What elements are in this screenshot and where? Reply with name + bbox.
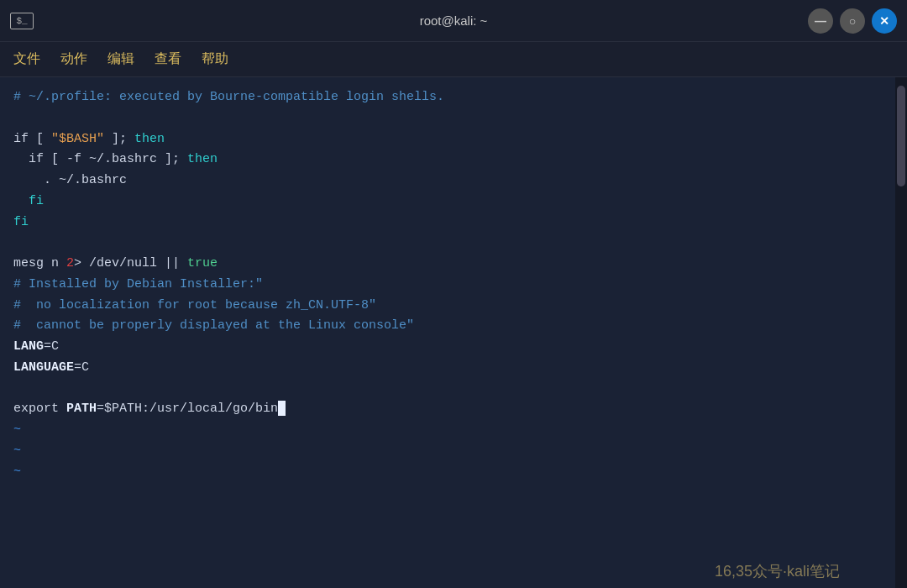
maximize-button[interactable]: ○ xyxy=(840,8,865,34)
code-line-5: fi xyxy=(13,192,882,213)
code-line-13: LANGUAGE=C xyxy=(13,358,882,379)
code-line-2: if [ "$BASH" ]; then xyxy=(13,129,882,150)
terminal-icon: $_ xyxy=(10,13,34,29)
menu-item-帮助[interactable]: 帮助 xyxy=(202,50,228,68)
code-line-0: # ~/.profile: executed by Bourne-compati… xyxy=(13,87,882,108)
code-line-4: . ~/.bashrc xyxy=(13,171,882,192)
menu-item-文件[interactable]: 文件 xyxy=(13,50,40,68)
code-line-8: mesg n 2> /dev/null || true xyxy=(13,254,882,275)
title-bar: $_ root@kali: ~ — ○ ✕ xyxy=(0,0,907,42)
code-line-16: ~ xyxy=(13,420,882,441)
close-button[interactable]: ✕ xyxy=(872,8,897,34)
editor-area[interactable]: # ~/.profile: executed by Bourne-compati… xyxy=(0,77,895,588)
code-line-15: export PATH=$PATH:/usr/local/go/bin xyxy=(13,399,882,420)
code-line-1 xyxy=(13,108,882,129)
code-line-3: if [ -f ~/.bashrc ]; then xyxy=(13,150,882,171)
window-controls: — ○ ✕ xyxy=(808,8,897,34)
minimize-button[interactable]: — xyxy=(808,8,833,34)
code-line-10: # no localization for root because zh_CN… xyxy=(13,296,882,317)
code-line-12: LANG=C xyxy=(13,337,882,358)
code-line-17: ~ xyxy=(13,441,882,462)
menu-bar: 文件动作编辑查看帮助 xyxy=(0,42,907,77)
code-line-11: # cannot be properly displayed at the Li… xyxy=(13,316,882,337)
scrollbar-thumb[interactable] xyxy=(897,86,905,186)
code-line-18: ~ xyxy=(13,462,882,483)
menu-item-查看[interactable]: 查看 xyxy=(155,50,181,68)
menu-item-编辑[interactable]: 编辑 xyxy=(107,50,134,68)
main-area: # ~/.profile: executed by Bourne-compati… xyxy=(0,77,907,588)
code-line-6: fi xyxy=(13,213,882,234)
window-title: root@kali: ~ xyxy=(420,13,488,28)
title-bar-left: $_ xyxy=(10,13,34,29)
scrollbar[interactable] xyxy=(895,77,907,588)
code-line-14 xyxy=(13,379,882,400)
code-line-7 xyxy=(13,233,882,254)
menu-item-动作[interactable]: 动作 xyxy=(60,50,87,68)
code-line-9: # Installed by Debian Installer:" xyxy=(13,275,882,296)
